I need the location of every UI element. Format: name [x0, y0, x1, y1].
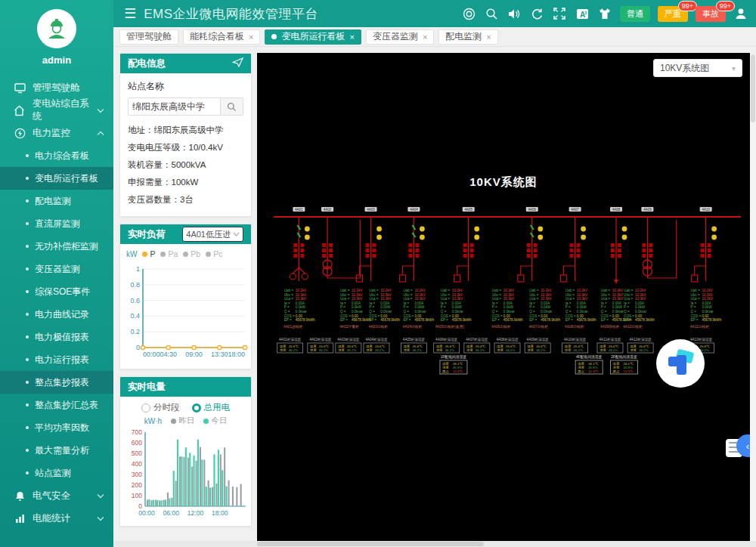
svg-text:P =: P =	[441, 305, 446, 309]
vertical-scrollbar[interactable]	[750, 53, 756, 541]
distribution-info-header: 配电信息	[120, 54, 251, 73]
diagram-select[interactable]: 10KV系统图 ▾	[653, 59, 742, 77]
horizontal-scrollbar[interactable]	[113, 541, 756, 547]
load-line-chart[interactable]: 00.20.40.60.8100:0004:3009:0013:3018:00	[120, 258, 249, 366]
bullet-icon	[26, 449, 29, 452]
tab-item[interactable]: 变压器监测×	[366, 29, 434, 45]
sidebar-item[interactable]: 电气安全	[0, 484, 113, 507]
sidebar-item[interactable]: 电力运行报表	[0, 348, 113, 371]
svg-text:4A02计量柜: 4A02计量柜	[339, 325, 359, 329]
refresh-icon[interactable]	[529, 6, 544, 21]
sidebar-item[interactable]: 变电所运行看板	[0, 167, 113, 190]
user-icon[interactable]	[733, 6, 748, 21]
svg-text:4F配电间温湿度: 4F配电间温湿度	[576, 354, 603, 360]
legend-item-P[interactable]: P	[142, 249, 155, 258]
volume-icon[interactable]	[507, 6, 522, 21]
svg-text:10.3kV: 10.3kV	[296, 297, 307, 301]
sidebar-item[interactable]: 站点监测	[0, 462, 113, 484]
tab-active[interactable]: 变电所运行看板×	[265, 29, 361, 45]
svg-text:10.3kV: 10.3kV	[503, 293, 515, 297]
sidebar-item[interactable]: 直流屏监测	[0, 212, 113, 235]
sidebar-item-label: 整点集抄汇总表	[35, 399, 98, 412]
sidebar-item[interactable]: 配电监测	[0, 190, 113, 212]
svg-text:10.3kV: 10.3kV	[577, 293, 588, 297]
svg-text:10.3kV: 10.3kV	[352, 297, 363, 301]
status-badge-accident[interactable]: 事故99+	[696, 6, 726, 22]
energy-mode-radios: 分时段总用电	[120, 397, 251, 413]
sidebar-item[interactable]: 管理驾驶舱	[0, 76, 113, 99]
sidebar-item[interactable]: 变电站综自系统	[0, 99, 113, 122]
sidebar-item[interactable]: 综保SOE事件	[0, 280, 113, 303]
tab-item[interactable]: 管理驾驶舱	[119, 29, 178, 45]
font-size-icon[interactable]: A3	[575, 6, 590, 21]
feeder-select[interactable]: 4A01低压进	[182, 227, 243, 242]
legend-item-昨日[interactable]: 昨日	[171, 416, 194, 426]
status-badge-normal[interactable]: 普通	[620, 6, 650, 22]
svg-text:25.6℃: 25.6℃	[476, 345, 486, 348]
svg-text:46.2%: 46.2%	[639, 348, 649, 352]
sidebar-item[interactable]: 无功补偿柜监测	[0, 235, 113, 258]
legend-item-Pa[interactable]: Pa	[160, 249, 178, 258]
sidebar-item[interactable]: 电力极值报表	[0, 326, 113, 348]
svg-text:45678.9kWh: 45678.9kWh	[414, 318, 434, 322]
energy-bar-chart[interactable]: 010020030040050060070000:0006:0012:0018:…	[120, 426, 249, 523]
svg-text:18:00: 18:00	[228, 351, 245, 358]
floating-widget[interactable]: ‹	[726, 434, 750, 460]
close-icon[interactable]: ×	[349, 32, 354, 42]
svg-text:露点: 露点	[442, 369, 449, 374]
menu-toggle-icon[interactable]: ☰	[124, 5, 136, 22]
svg-text:COS =: COS =	[284, 314, 295, 318]
svg-text:10.2kV: 10.2kV	[541, 289, 552, 292]
svg-text:10.3kV: 10.3kV	[635, 297, 646, 301]
tab-item[interactable]: 能耗综合看板×	[183, 29, 260, 45]
sidebar-item[interactable]: 平均功率因数	[0, 416, 113, 439]
record-icon[interactable]	[461, 6, 476, 21]
station-info-row: 地址：绵阳东辰高级中学	[128, 122, 243, 139]
sidebar-item[interactable]: 电力曲线记录	[0, 303, 113, 326]
sidebar-item[interactable]: 整点集抄汇总表	[0, 394, 113, 416]
svg-text:0.0kW: 0.0kW	[635, 305, 646, 309]
sidebar-item[interactable]: 最大需量分析	[0, 439, 113, 462]
search-icon[interactable]	[484, 6, 499, 21]
station-info-row: 申报需量：100kW	[128, 174, 243, 191]
station-search-button[interactable]	[221, 97, 243, 116]
svg-text:46.2%: 46.2%	[412, 348, 422, 352]
close-icon[interactable]: ×	[423, 32, 427, 42]
svg-text:湿度: 湿度	[497, 348, 503, 352]
svg-text:EP =: EP =	[565, 318, 573, 322]
svg-text:Uab =: Uab =	[529, 289, 539, 292]
radio-分时段[interactable]: 分时段	[141, 402, 180, 413]
svg-text:0.0kvar: 0.0kvar	[577, 310, 589, 314]
send-icon[interactable]	[232, 57, 243, 70]
info-value: 5000kVA	[172, 160, 206, 169]
sidebar-menu: 管理驾驶舱变电站综自系统电力监控电力综合看板变电所运行看板配电监测直流屏监测无功…	[0, 76, 113, 530]
svg-text:25.6℃: 25.6℃	[609, 345, 619, 348]
sidebar-item[interactable]: 电力综合看板	[0, 144, 113, 167]
avatar[interactable]	[37, 9, 76, 48]
svg-text:Ubc =: Ubc =	[565, 293, 575, 297]
sidebar-item[interactable]: 整点集抄报表	[0, 371, 113, 394]
diagram-canvas[interactable]: 10KV系统图 10KV系统图 ▾ 4A014A024A034A044A054A…	[257, 53, 750, 541]
distribution-info-card: 配电信息 站点名称 地址：绵阳东辰高级中学变电电压等级：10/0.4kV装机容量…	[119, 53, 252, 217]
radio-总用电[interactable]: 总用电	[192, 402, 231, 413]
svg-text:0.00A: 0.00A	[541, 301, 550, 305]
svg-text:Ubc =: Ubc =	[284, 293, 293, 297]
legend-item-Pc[interactable]: Pc	[206, 249, 222, 258]
sidebar-item[interactable]: 电能统计	[0, 507, 113, 530]
station-name-input[interactable]	[128, 97, 221, 116]
theme-icon[interactable]	[597, 6, 612, 21]
svg-text:45678.9kWh: 45678.9kWh	[452, 318, 472, 322]
severe-count: 99+	[678, 1, 697, 11]
close-icon[interactable]: ×	[249, 32, 253, 42]
svg-text:4A08柜温湿度: 4A08柜温湿度	[496, 337, 519, 342]
tab-item[interactable]: 配电监测×	[438, 29, 497, 45]
legend-item-Pb[interactable]: Pb	[183, 249, 200, 258]
fullscreen-icon[interactable]	[552, 6, 567, 21]
legend-item-今日[interactable]: 今日	[203, 416, 227, 426]
sidebar: admin 管理驾驶舱变电站综自系统电力监控电力综合看板变电所运行看板配电监测直…	[0, 0, 113, 547]
svg-text:10.3kV: 10.3kV	[541, 293, 552, 297]
status-badge-severe[interactable]: 严重99+	[658, 6, 688, 22]
sidebar-item[interactable]: 变压器监测	[0, 258, 113, 280]
sidebar-item[interactable]: 电力监控	[0, 122, 113, 144]
close-icon[interactable]: ×	[486, 32, 491, 42]
